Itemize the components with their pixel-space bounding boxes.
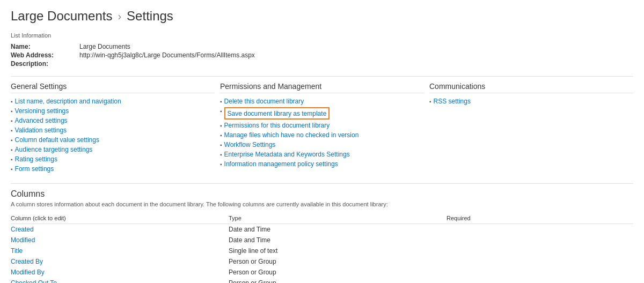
link-save-template[interactable]: Save document library as template — [228, 110, 327, 117]
col-required-cell — [447, 278, 633, 283]
columns-section: Columns A column stores information abou… — [11, 189, 633, 283]
col-type-cell: Person or Group — [229, 256, 447, 267]
list-item: RSS settings — [429, 98, 633, 105]
divider-2 — [11, 183, 633, 184]
table-header-row: Column (click to edit) Type Required — [11, 213, 633, 224]
list-item: Manage files which have no checked in ve… — [220, 131, 424, 139]
link-delete-library[interactable]: Delete this document library — [224, 98, 304, 105]
col-name-cell: Created — [11, 224, 229, 235]
list-item: Validation settings — [11, 126, 215, 134]
list-item: Workflow Settings — [220, 141, 424, 148]
columns-description: A column stores information about each d… — [11, 201, 633, 207]
col-name-link[interactable]: Modified — [11, 236, 35, 244]
table-row: ModifiedDate and Time — [11, 235, 633, 245]
table-row: Created ByPerson or Group — [11, 256, 633, 267]
divider-1 — [11, 76, 633, 77]
list-item: Enterprise Metadata and Keywords Setting… — [220, 151, 424, 158]
info-row-description: Description: — [11, 60, 633, 68]
list-item: Information management policy settings — [220, 160, 424, 168]
info-val-name: Large Documents — [79, 43, 130, 50]
table-row: Modified ByPerson or Group — [11, 267, 633, 278]
list-item: List name, description and navigation — [11, 98, 215, 105]
th-required: Required — [447, 213, 633, 224]
th-type: Type — [229, 213, 447, 224]
communications-col: Communications RSS settings — [429, 82, 633, 175]
link-audience[interactable]: Audience targeting settings — [15, 146, 93, 153]
col-required-cell — [447, 256, 633, 267]
link-permissions[interactable]: Permissions for this document library — [224, 122, 330, 129]
col-type-cell: Date and Time — [229, 224, 447, 235]
col-required-cell — [447, 267, 633, 278]
link-enterprise-metadata[interactable]: Enterprise Metadata and Keywords Setting… — [224, 151, 350, 158]
list-item: Advanced settings — [11, 117, 215, 124]
info-key-name: Name: — [11, 43, 75, 50]
permissions-management-header: Permissions and Management — [220, 82, 424, 93]
general-settings-col: General Settings List name, description … — [11, 82, 215, 175]
link-column-default[interactable]: Column default value settings — [15, 136, 99, 144]
col-name-cell: Title — [11, 245, 229, 256]
col-name-cell: Modified By — [11, 267, 229, 278]
col-name-cell: Created By — [11, 256, 229, 267]
link-workflow[interactable]: Workflow Settings — [224, 141, 276, 148]
communications-header: Communications — [429, 82, 633, 93]
list-item: Permissions for this document library — [220, 122, 424, 129]
link-advanced[interactable]: Advanced settings — [15, 117, 68, 124]
link-versioning[interactable]: Versioning settings — [15, 107, 69, 115]
list-item: Rating settings — [11, 155, 215, 163]
col-name-link[interactable]: Modified By — [11, 269, 45, 276]
col-name-cell: Modified — [11, 235, 229, 245]
list-item: Delete this document library — [220, 98, 424, 105]
columns-table: Column (click to edit) Type Required Cre… — [11, 213, 633, 283]
link-list-name-nav[interactable]: List name, description and navigation — [15, 98, 121, 105]
col-required-cell — [447, 235, 633, 245]
col-type-cell: Single line of text — [229, 245, 447, 256]
list-item: Column default value settings — [11, 136, 215, 144]
general-settings-links: List name, description and navigation Ve… — [11, 98, 215, 173]
th-column: Column (click to edit) — [11, 213, 229, 224]
table-row: Checked Out ToPerson or Group — [11, 278, 633, 283]
info-row-webaddress: Web Address: http://win-qgh5j3alg8c/Larg… — [11, 51, 633, 59]
col-type-cell: Person or Group — [229, 278, 447, 283]
col-type-cell: Date and Time — [229, 235, 447, 245]
breadcrumb-part1: Large Documents — [11, 9, 112, 24]
page-title: Large Documents › Settings — [11, 9, 633, 24]
table-row: CreatedDate and Time — [11, 224, 633, 235]
list-item: Save document library as template — [220, 107, 424, 120]
link-validation[interactable]: Validation settings — [15, 126, 67, 134]
col-name-link[interactable]: Checked Out To — [11, 279, 57, 283]
link-manage-files[interactable]: Manage files which have no checked in ve… — [224, 131, 359, 139]
permissions-management-col: Permissions and Management Delete this d… — [220, 82, 424, 175]
info-key-description: Description: — [11, 60, 75, 68]
link-info-policy[interactable]: Information management policy settings — [224, 160, 338, 168]
col-name-link[interactable]: Created — [11, 226, 34, 233]
breadcrumb-separator: › — [118, 10, 121, 23]
link-rating[interactable]: Rating settings — [15, 155, 57, 163]
list-information-label: List Information — [11, 32, 633, 39]
link-rss[interactable]: RSS settings — [434, 98, 471, 105]
col-type-cell: Person or Group — [229, 267, 447, 278]
general-settings-header: General Settings — [11, 82, 215, 93]
columns-title: Columns — [11, 189, 633, 199]
breadcrumb-part2: Settings — [127, 9, 173, 24]
col-name-link[interactable]: Title — [11, 247, 23, 255]
col-name-cell: Checked Out To — [11, 278, 229, 283]
list-item: Audience targeting settings — [11, 146, 215, 153]
info-row-name: Name: Large Documents — [11, 43, 633, 50]
settings-three-col: General Settings List name, description … — [11, 82, 633, 175]
permissions-management-links: Delete this document library Save docume… — [220, 98, 424, 168]
table-row: TitleSingle line of text — [11, 245, 633, 256]
list-item: Versioning settings — [11, 107, 215, 115]
info-key-webaddress: Web Address: — [11, 51, 75, 59]
communications-links: RSS settings — [429, 98, 633, 105]
list-information-table: Name: Large Documents Web Address: http:… — [11, 43, 633, 68]
list-item: Form settings — [11, 165, 215, 173]
col-name-link[interactable]: Created By — [11, 258, 43, 265]
col-required-cell — [447, 224, 633, 235]
link-form[interactable]: Form settings — [15, 165, 54, 173]
col-required-cell — [447, 245, 633, 256]
info-val-webaddress: http://win-qgh5j3alg8c/Large Documents/F… — [79, 51, 255, 59]
